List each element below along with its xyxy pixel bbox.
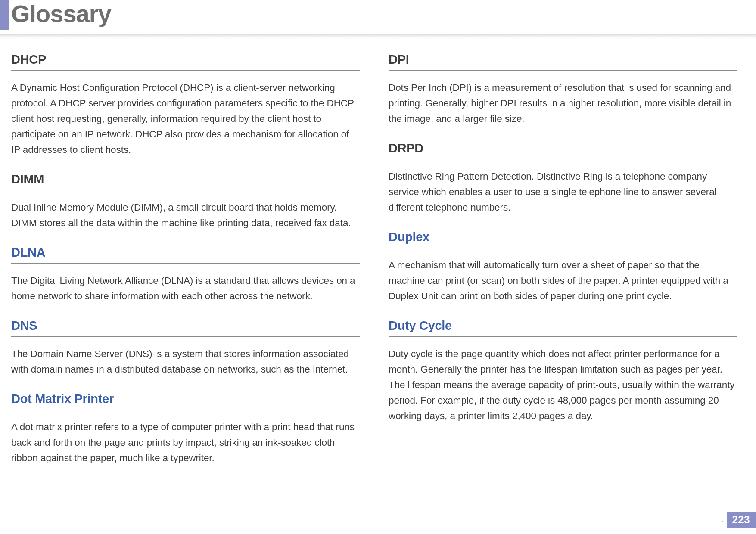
glossary-term: DIMM [11,172,360,190]
footer-separator: . [722,516,724,523]
glossary-definition: The Digital Living Network Alliance (DLN… [11,273,360,304]
glossary-entry: DHCP A Dynamic Host Configuration Protoc… [11,53,360,158]
glossary-entry: DIMM Dual Inline Memory Module (DIMM), a… [11,172,360,231]
glossary-definition: The Domain Name Server (DNS) is a system… [11,346,360,377]
glossary-term: DRPD [389,141,737,159]
glossary-entry: DLNA The Digital Living Network Alliance… [11,245,360,304]
right-column: DPI Dots Per Inch (DPI) is a measurement… [389,53,737,481]
glossary-term: DNS [11,319,360,337]
page-number: 223 [727,512,756,528]
glossary-definition: Dual Inline Memory Module (DIMM), a smal… [11,200,360,231]
glossary-entry: DRPD Distinctive Ring Pattern Detection.… [389,141,737,215]
page-header: Glossary [0,0,756,34]
glossary-definition: Dots Per Inch (DPI) is a measurement of … [389,80,737,127]
content-area: DHCP A Dynamic Host Configuration Protoc… [0,53,756,481]
page-title: Glossary [11,0,111,26]
header-divider [0,34,756,40]
glossary-definition: Duty cycle is the page quantity which do… [389,346,737,424]
header-accent-bar [0,0,9,30]
glossary-entry: Duty Cycle Duty cycle is the page quanti… [389,319,737,424]
glossary-term: DHCP [11,53,360,71]
glossary-term: Dot Matrix Printer [11,392,360,410]
glossary-term: DPI [389,53,737,71]
left-column: DHCP A Dynamic Host Configuration Protoc… [11,53,360,481]
glossary-definition: A mechanism that will automatically turn… [389,258,737,304]
glossary-entry: Dot Matrix Printer A dot matrix printer … [11,392,360,466]
page-footer: . 223 [722,512,756,528]
glossary-term: Duty Cycle [389,319,737,337]
glossary-entry: DNS The Domain Name Server (DNS) is a sy… [11,319,360,377]
glossary-term: DLNA [11,245,360,264]
glossary-definition: A dot matrix printer refers to a type of… [11,419,360,466]
glossary-entry: Duplex A mechanism that will automatical… [389,230,737,304]
glossary-term: Duplex [389,230,737,248]
glossary-definition: Distinctive Ring Pattern Detection. Dist… [389,169,737,215]
glossary-entry: DPI Dots Per Inch (DPI) is a measurement… [389,53,737,127]
glossary-definition: A Dynamic Host Configuration Protocol (D… [11,80,360,158]
